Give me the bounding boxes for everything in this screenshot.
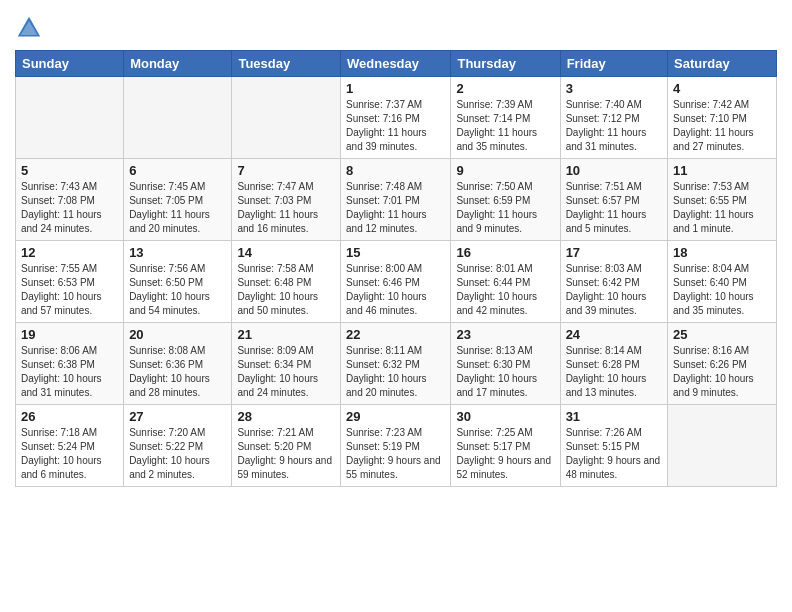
calendar-cell: 30Sunrise: 7:25 AM Sunset: 5:17 PM Dayli… xyxy=(451,405,560,487)
day-number: 9 xyxy=(456,163,554,178)
calendar-week-row: 5Sunrise: 7:43 AM Sunset: 7:08 PM Daylig… xyxy=(16,159,777,241)
calendar-cell: 1Sunrise: 7:37 AM Sunset: 7:16 PM Daylig… xyxy=(341,77,451,159)
calendar-cell: 18Sunrise: 8:04 AM Sunset: 6:40 PM Dayli… xyxy=(668,241,777,323)
calendar-cell: 15Sunrise: 8:00 AM Sunset: 6:46 PM Dayli… xyxy=(341,241,451,323)
day-info: Sunrise: 8:13 AM Sunset: 6:30 PM Dayligh… xyxy=(456,344,554,400)
day-number: 19 xyxy=(21,327,118,342)
day-info: Sunrise: 7:23 AM Sunset: 5:19 PM Dayligh… xyxy=(346,426,445,482)
day-info: Sunrise: 8:11 AM Sunset: 6:32 PM Dayligh… xyxy=(346,344,445,400)
calendar-cell: 21Sunrise: 8:09 AM Sunset: 6:34 PM Dayli… xyxy=(232,323,341,405)
calendar-cell: 24Sunrise: 8:14 AM Sunset: 6:28 PM Dayli… xyxy=(560,323,667,405)
calendar-cell: 5Sunrise: 7:43 AM Sunset: 7:08 PM Daylig… xyxy=(16,159,124,241)
day-info: Sunrise: 8:16 AM Sunset: 6:26 PM Dayligh… xyxy=(673,344,771,400)
day-number: 21 xyxy=(237,327,335,342)
day-info: Sunrise: 7:55 AM Sunset: 6:53 PM Dayligh… xyxy=(21,262,118,318)
day-number: 12 xyxy=(21,245,118,260)
calendar-cell: 13Sunrise: 7:56 AM Sunset: 6:50 PM Dayli… xyxy=(124,241,232,323)
day-number: 28 xyxy=(237,409,335,424)
calendar-cell: 3Sunrise: 7:40 AM Sunset: 7:12 PM Daylig… xyxy=(560,77,667,159)
day-number: 26 xyxy=(21,409,118,424)
day-number: 29 xyxy=(346,409,445,424)
weekday-header-monday: Monday xyxy=(124,51,232,77)
calendar-cell: 26Sunrise: 7:18 AM Sunset: 5:24 PM Dayli… xyxy=(16,405,124,487)
day-number: 13 xyxy=(129,245,226,260)
day-info: Sunrise: 7:51 AM Sunset: 6:57 PM Dayligh… xyxy=(566,180,662,236)
day-number: 27 xyxy=(129,409,226,424)
day-number: 10 xyxy=(566,163,662,178)
calendar-cell: 8Sunrise: 7:48 AM Sunset: 7:01 PM Daylig… xyxy=(341,159,451,241)
calendar-cell xyxy=(232,77,341,159)
weekday-header-sunday: Sunday xyxy=(16,51,124,77)
calendar-cell: 17Sunrise: 8:03 AM Sunset: 6:42 PM Dayli… xyxy=(560,241,667,323)
day-number: 8 xyxy=(346,163,445,178)
day-number: 20 xyxy=(129,327,226,342)
day-info: Sunrise: 8:04 AM Sunset: 6:40 PM Dayligh… xyxy=(673,262,771,318)
calendar-cell: 25Sunrise: 8:16 AM Sunset: 6:26 PM Dayli… xyxy=(668,323,777,405)
calendar-cell: 6Sunrise: 7:45 AM Sunset: 7:05 PM Daylig… xyxy=(124,159,232,241)
day-info: Sunrise: 7:47 AM Sunset: 7:03 PM Dayligh… xyxy=(237,180,335,236)
calendar-cell: 22Sunrise: 8:11 AM Sunset: 6:32 PM Dayli… xyxy=(341,323,451,405)
main-container: SundayMondayTuesdayWednesdayThursdayFrid… xyxy=(0,0,792,497)
day-info: Sunrise: 8:00 AM Sunset: 6:46 PM Dayligh… xyxy=(346,262,445,318)
day-info: Sunrise: 8:08 AM Sunset: 6:36 PM Dayligh… xyxy=(129,344,226,400)
day-info: Sunrise: 7:43 AM Sunset: 7:08 PM Dayligh… xyxy=(21,180,118,236)
day-info: Sunrise: 7:21 AM Sunset: 5:20 PM Dayligh… xyxy=(237,426,335,482)
day-info: Sunrise: 7:20 AM Sunset: 5:22 PM Dayligh… xyxy=(129,426,226,482)
day-number: 3 xyxy=(566,81,662,96)
header xyxy=(15,10,777,42)
day-number: 2 xyxy=(456,81,554,96)
day-info: Sunrise: 8:09 AM Sunset: 6:34 PM Dayligh… xyxy=(237,344,335,400)
calendar-cell: 28Sunrise: 7:21 AM Sunset: 5:20 PM Dayli… xyxy=(232,405,341,487)
day-number: 7 xyxy=(237,163,335,178)
calendar-cell: 31Sunrise: 7:26 AM Sunset: 5:15 PM Dayli… xyxy=(560,405,667,487)
day-info: Sunrise: 7:56 AM Sunset: 6:50 PM Dayligh… xyxy=(129,262,226,318)
day-info: Sunrise: 7:48 AM Sunset: 7:01 PM Dayligh… xyxy=(346,180,445,236)
calendar-cell: 14Sunrise: 7:58 AM Sunset: 6:48 PM Dayli… xyxy=(232,241,341,323)
calendar-cell: 10Sunrise: 7:51 AM Sunset: 6:57 PM Dayli… xyxy=(560,159,667,241)
day-number: 25 xyxy=(673,327,771,342)
day-number: 5 xyxy=(21,163,118,178)
day-info: Sunrise: 8:14 AM Sunset: 6:28 PM Dayligh… xyxy=(566,344,662,400)
logo xyxy=(15,14,47,42)
calendar-cell: 23Sunrise: 8:13 AM Sunset: 6:30 PM Dayli… xyxy=(451,323,560,405)
weekday-header-friday: Friday xyxy=(560,51,667,77)
calendar-week-row: 12Sunrise: 7:55 AM Sunset: 6:53 PM Dayli… xyxy=(16,241,777,323)
logo-icon xyxy=(15,14,43,42)
day-number: 22 xyxy=(346,327,445,342)
day-info: Sunrise: 8:01 AM Sunset: 6:44 PM Dayligh… xyxy=(456,262,554,318)
calendar-cell: 27Sunrise: 7:20 AM Sunset: 5:22 PM Dayli… xyxy=(124,405,232,487)
day-info: Sunrise: 7:53 AM Sunset: 6:55 PM Dayligh… xyxy=(673,180,771,236)
day-info: Sunrise: 7:42 AM Sunset: 7:10 PM Dayligh… xyxy=(673,98,771,154)
day-number: 31 xyxy=(566,409,662,424)
calendar-week-row: 1Sunrise: 7:37 AM Sunset: 7:16 PM Daylig… xyxy=(16,77,777,159)
weekday-header-row: SundayMondayTuesdayWednesdayThursdayFrid… xyxy=(16,51,777,77)
day-number: 17 xyxy=(566,245,662,260)
day-number: 6 xyxy=(129,163,226,178)
calendar-week-row: 19Sunrise: 8:06 AM Sunset: 6:38 PM Dayli… xyxy=(16,323,777,405)
calendar-cell: 20Sunrise: 8:08 AM Sunset: 6:36 PM Dayli… xyxy=(124,323,232,405)
weekday-header-wednesday: Wednesday xyxy=(341,51,451,77)
calendar-cell: 11Sunrise: 7:53 AM Sunset: 6:55 PM Dayli… xyxy=(668,159,777,241)
calendar-table: SundayMondayTuesdayWednesdayThursdayFrid… xyxy=(15,50,777,487)
day-info: Sunrise: 8:03 AM Sunset: 6:42 PM Dayligh… xyxy=(566,262,662,318)
calendar-cell xyxy=(16,77,124,159)
day-number: 14 xyxy=(237,245,335,260)
calendar-cell: 19Sunrise: 8:06 AM Sunset: 6:38 PM Dayli… xyxy=(16,323,124,405)
weekday-header-thursday: Thursday xyxy=(451,51,560,77)
calendar-cell xyxy=(668,405,777,487)
day-number: 1 xyxy=(346,81,445,96)
day-number: 4 xyxy=(673,81,771,96)
day-number: 23 xyxy=(456,327,554,342)
calendar-cell: 7Sunrise: 7:47 AM Sunset: 7:03 PM Daylig… xyxy=(232,159,341,241)
day-info: Sunrise: 8:06 AM Sunset: 6:38 PM Dayligh… xyxy=(21,344,118,400)
weekday-header-tuesday: Tuesday xyxy=(232,51,341,77)
calendar-cell xyxy=(124,77,232,159)
calendar-cell: 12Sunrise: 7:55 AM Sunset: 6:53 PM Dayli… xyxy=(16,241,124,323)
calendar-cell: 16Sunrise: 8:01 AM Sunset: 6:44 PM Dayli… xyxy=(451,241,560,323)
day-info: Sunrise: 7:25 AM Sunset: 5:17 PM Dayligh… xyxy=(456,426,554,482)
day-info: Sunrise: 7:39 AM Sunset: 7:14 PM Dayligh… xyxy=(456,98,554,154)
day-number: 18 xyxy=(673,245,771,260)
day-number: 15 xyxy=(346,245,445,260)
day-info: Sunrise: 7:26 AM Sunset: 5:15 PM Dayligh… xyxy=(566,426,662,482)
calendar-cell: 2Sunrise: 7:39 AM Sunset: 7:14 PM Daylig… xyxy=(451,77,560,159)
